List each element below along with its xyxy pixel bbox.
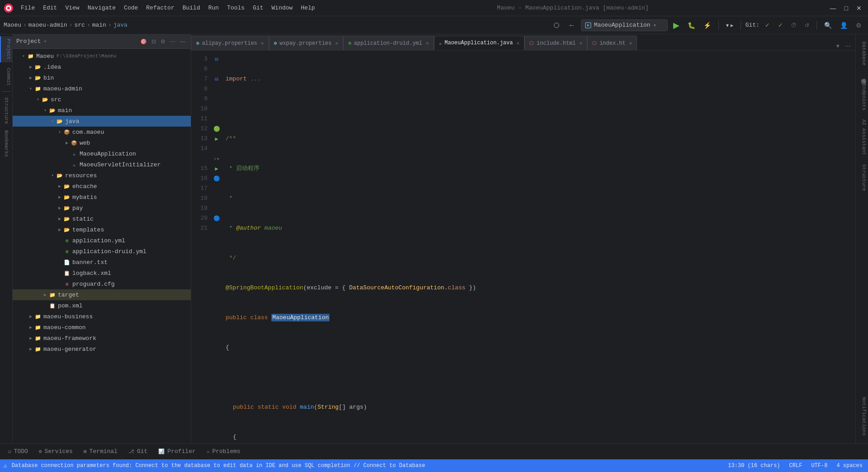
bottom-tab-git[interactable]: ⎇ Git (124, 446, 152, 457)
bottom-tab-profiler[interactable]: 📊 Profiler (154, 446, 200, 457)
panel-options-button[interactable]: ⋯ (168, 38, 177, 46)
activity-commit[interactable]: Commit (0, 65, 12, 89)
tab-include-html[interactable]: ⬡ include.html ✕ (524, 36, 587, 50)
breadcrumb-admin[interactable]: maoeu-admin (28, 22, 67, 28)
menu-build[interactable]: Build (179, 3, 204, 13)
right-tab-structure[interactable]: Structure (857, 160, 868, 194)
breadcrumb-src[interactable]: src (74, 22, 85, 28)
tab-close-druid[interactable]: ✕ (426, 40, 429, 46)
git-check2-icon[interactable]: ✓ (775, 20, 786, 30)
tree-item-maoeu-admin[interactable]: ▾ 📁 maoeu-admin (13, 83, 191, 94)
tree-item-maoeu-servlet[interactable]: ☕ MaoeuServletInitializer (13, 159, 191, 170)
tree-item-logback-xml[interactable]: 📋 logback.xml (13, 268, 191, 278)
code-editor[interactable]: 3 6 7 8 9 10 11 12 13 14 15 16 17 18 19 … (191, 51, 855, 443)
close-button[interactable]: ✕ (854, 4, 864, 13)
status-indent[interactable]: 4 spaces (835, 462, 864, 470)
tab-maoeu-application[interactable]: ☕ MaoeuApplication.java ✕ (434, 36, 524, 50)
tree-item-com-maoeu[interactable]: ▾ 📦 com.maoeu (13, 127, 191, 137)
menu-refactor[interactable]: Refactor (142, 3, 178, 13)
tree-item-maoeu[interactable]: ▾ 📁 Maoeu F:\IdeaProject\Maoeu (13, 51, 191, 61)
tree-item-application-druid-yml[interactable]: ⚙ application-druid.yml (13, 246, 191, 257)
tab-close-alipay[interactable]: ✕ (261, 40, 264, 46)
run-button[interactable]: ▶ (670, 19, 682, 32)
tree-item-mybatis[interactable]: ▶ 📂 mybatis (13, 192, 191, 203)
tree-item-web[interactable]: ▶ 📦 web (13, 137, 191, 148)
menu-code[interactable]: Code (120, 3, 142, 13)
activity-project[interactable]: Project (0, 36, 12, 62)
search-everywhere-button[interactable]: 🔍 (821, 20, 835, 31)
tree-item-templates[interactable]: ▶ 📂 templates (13, 224, 191, 235)
tree-item-application-yml[interactable]: ⚙ application.yml (13, 235, 191, 246)
right-tab-notifications[interactable]: Notifications (857, 393, 868, 439)
profile-dropdown-button[interactable]: ▾ ▸ (723, 20, 736, 30)
activity-bookmarks[interactable]: Bookmarks (3, 127, 10, 160)
bottom-tab-services[interactable]: ⚙ Services (34, 446, 77, 457)
breadcrumb-java[interactable]: java (113, 22, 127, 28)
minimize-button[interactable]: — (827, 4, 839, 13)
tree-item-maoeu-application[interactable]: ☕ MaoeuApplication (13, 148, 191, 159)
panel-hide-button[interactable]: — (178, 38, 187, 46)
right-tab-wenchajian[interactable]: 编文插件 (857, 71, 868, 78)
maximize-button[interactable]: □ (842, 4, 851, 13)
menu-help[interactable]: Help (297, 3, 318, 13)
panel-settings-button[interactable]: ⚙ (159, 38, 167, 46)
vcs-update-button[interactable] (550, 20, 563, 31)
status-encoding[interactable]: UTF-8 (809, 462, 829, 470)
tree-item-java[interactable]: ▾ 📂 java (13, 116, 191, 127)
right-tab-database[interactable]: Database (857, 38, 868, 69)
run-config-dropdown[interactable]: MaoeuApplication ▾ (581, 19, 668, 31)
tree-item-src[interactable]: ▾ 📂 src (13, 94, 191, 105)
recent-files-button[interactable]: ▾ (835, 42, 841, 50)
tab-alipay-properties[interactable]: ⚙ alipay.properties ✕ (191, 36, 269, 50)
status-line-ending[interactable]: CRLF (788, 462, 804, 470)
tab-close-maoeu-app[interactable]: ✕ (516, 40, 519, 46)
bottom-tab-todo[interactable]: ☑ TODO (4, 446, 33, 457)
menu-file[interactable]: File (17, 3, 38, 13)
split-editor-button[interactable]: ⋯ (843, 42, 853, 50)
tree-item-resources[interactable]: ▾ 📂 resources (13, 170, 191, 181)
code-content[interactable]: import ... /** * 启动程序 * * @author maoeu … (222, 51, 855, 443)
tree-item-maoeu-framework[interactable]: ▶ 📁 maoeu-framework (13, 333, 191, 344)
right-tab-ai-assistant[interactable]: AI Assistant (857, 116, 868, 159)
user-icon-button[interactable]: 👤 (837, 20, 850, 31)
tree-item-idea[interactable]: ▶ 📂 .idea (13, 61, 191, 72)
tree-item-ehcache[interactable]: ▶ 📂 ehcache (13, 181, 191, 192)
menu-tools[interactable]: Tools (223, 3, 248, 13)
menu-view[interactable]: View (61, 3, 83, 13)
right-tab-endpoints[interactable]: Endpoints (857, 80, 868, 114)
git-rollback-button[interactable]: ↺ (802, 20, 812, 30)
tree-item-pom-xml[interactable]: 📋 pom.xml (13, 300, 191, 311)
tree-item-banner-txt[interactable]: 📄 banner.txt (13, 257, 191, 268)
debug-button[interactable]: 🐛 (685, 20, 698, 31)
tab-close-wxpay[interactable]: ✕ (335, 40, 339, 46)
tab-index-html[interactable]: ⬡ index.ht ✕ (587, 36, 637, 50)
coverage-button[interactable]: ⚡ (701, 20, 714, 31)
settings-button[interactable]: ⚙ (853, 20, 864, 31)
back-button[interactable]: ← (566, 19, 578, 31)
collapse-all-button[interactable]: ⊟ (150, 38, 158, 46)
status-position[interactable]: 13:30 (16 chars) (726, 462, 782, 470)
tab-close-index[interactable]: ✕ (629, 40, 632, 46)
menu-run[interactable]: Run (205, 3, 222, 13)
menu-edit[interactable]: Edit (39, 3, 61, 13)
menu-git[interactable]: Git (249, 3, 267, 13)
tree-item-maoeu-generator[interactable]: ▶ 📁 maoeu-generator (13, 344, 191, 354)
tree-item-maoeu-common[interactable]: ▶ 📁 maoeu-common (13, 322, 191, 333)
locate-file-button[interactable]: 🎯 (138, 38, 149, 46)
menu-window[interactable]: Window (268, 3, 297, 13)
tab-wxpay-properties[interactable]: ⚙ wxpay.properties ✕ (269, 36, 343, 50)
activity-structure[interactable]: Structure (3, 94, 10, 127)
tab-application-druid[interactable]: ⚙ application-druid.yml ✕ (343, 36, 434, 50)
menu-navigate[interactable]: Navigate (84, 3, 119, 13)
bottom-tab-problems[interactable]: ⚠ Problems (202, 446, 245, 457)
git-check-icon[interactable]: ✓ (762, 20, 773, 30)
tree-item-maoeu-business[interactable]: ▶ 📁 maoeu-business (13, 311, 191, 322)
tree-item-static[interactable]: ▶ 📂 static (13, 213, 191, 224)
tree-item-main[interactable]: ▾ 📂 main (13, 105, 191, 116)
bottom-tab-terminal[interactable]: ⊞ Terminal (79, 446, 122, 457)
status-message[interactable]: Database connection parameters found: Co… (10, 462, 427, 470)
tree-item-proguard-cfg[interactable]: ⚙ proguard.cfg (13, 278, 191, 289)
tree-item-target[interactable]: ▶ 📁 target (13, 289, 191, 300)
tab-close-include[interactable]: ✕ (580, 40, 583, 46)
breadcrumb-main[interactable]: main (92, 22, 106, 28)
